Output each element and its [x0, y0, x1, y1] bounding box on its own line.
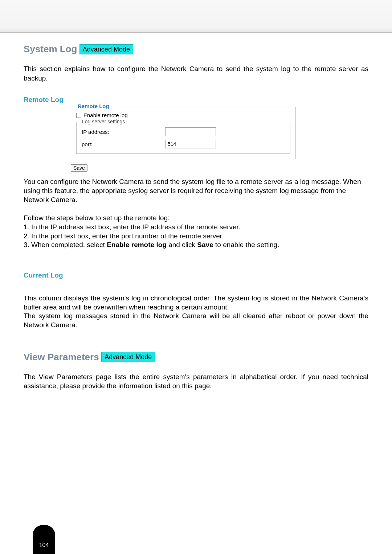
remote-log-heading: Remote Log — [24, 96, 368, 104]
current-log-p2: The system log messages stored in the Ne… — [24, 312, 368, 329]
remote-log-fieldset-legend: Remote Log — [75, 103, 111, 109]
remote-log-fieldset: Remote Log Enable remote log Log server … — [71, 107, 296, 159]
enable-remote-log-checkbox[interactable] — [76, 113, 81, 118]
port-label: port: — [82, 141, 165, 147]
save-button[interactable]: Save — [71, 164, 87, 172]
port-row: port: — [82, 140, 285, 148]
step3-strong1: Enable remote log — [107, 241, 167, 249]
system-log-intro: This section explains how to configure t… — [24, 64, 368, 83]
document-content: System Log Advanced Mode This section ex… — [0, 33, 392, 391]
view-parameters-intro: The View Parameters page lists the entir… — [24, 372, 368, 391]
remote-log-step-2: 2. In the port text box, enter the port … — [24, 232, 368, 241]
step3-strong2: Save — [197, 241, 213, 249]
ip-address-row: IP address: — [82, 127, 285, 136]
view-parameters-title: View Parameters — [24, 352, 99, 363]
log-server-settings-fieldset: Log server settings IP address: port: — [76, 122, 290, 154]
advanced-mode-badge-2: Advanced Mode — [101, 352, 155, 362]
remote-log-step-3: 3. When completed, select Enable remote … — [24, 241, 368, 250]
page-number: 104 — [39, 542, 49, 549]
step3-suffix: to enable the setting. — [213, 241, 279, 249]
view-parameters-heading-row: View Parameters Advanced Mode — [24, 352, 368, 363]
document-header-band — [0, 0, 392, 33]
system-log-title: System Log — [24, 44, 77, 55]
remote-log-steps-intro: Follow the steps below to set up the rem… — [24, 214, 368, 223]
system-log-heading-row: System Log Advanced Mode — [24, 44, 368, 55]
enable-remote-log-label: Enable remote log — [83, 112, 128, 118]
remote-log-step-1: 1. In the IP address text box, enter the… — [24, 223, 368, 232]
log-server-settings-legend: Log server settings — [80, 119, 127, 124]
port-input[interactable] — [165, 140, 216, 148]
remote-log-form-panel: Remote Log Enable remote log Log server … — [71, 107, 296, 172]
remote-log-description: You can configure the Network Camera to … — [24, 177, 368, 204]
advanced-mode-badge: Advanced Mode — [79, 44, 133, 54]
ip-address-input[interactable] — [165, 127, 216, 136]
step3-mid: and click — [167, 241, 197, 249]
current-log-heading: Current Log — [24, 271, 368, 279]
ip-address-label: IP address: — [82, 129, 165, 135]
enable-remote-log-row: Enable remote log — [76, 112, 290, 118]
step3-prefix: 3. When completed, select — [24, 241, 107, 249]
current-log-p1: This column displays the system's log in… — [24, 294, 368, 312]
page-number-tab: 104 — [33, 525, 55, 554]
